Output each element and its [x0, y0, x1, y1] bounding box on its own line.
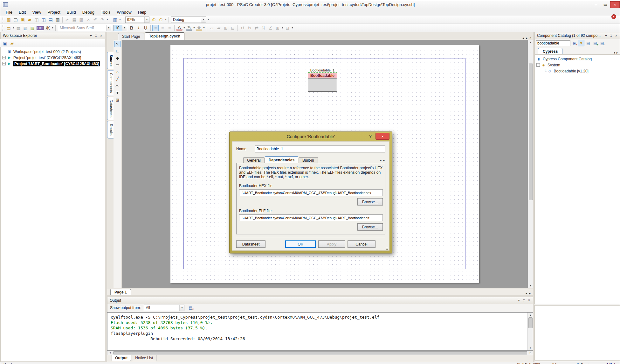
save-all-icon[interactable]: ◫ [40, 17, 47, 23]
dialog-close-button[interactable]: × [375, 133, 389, 140]
browse-elf-button[interactable]: Browse... [357, 223, 383, 231]
tab-start-page[interactable]: Start Page [118, 33, 144, 40]
component-body[interactable] [308, 78, 337, 92]
tab-scroll-left-icon[interactable]: ◂ [522, 36, 524, 40]
ungroup-icon[interactable]: ▰ [216, 25, 222, 31]
status-notes[interactable]: 1 Note [606, 362, 617, 364]
align-left-icon[interactable]: ≡ [152, 25, 159, 31]
datasheet-button[interactable]: Datasheet [236, 240, 265, 248]
scrollbar-thumb[interactable] [529, 64, 533, 200]
name-input[interactable] [255, 145, 385, 152]
bold-icon[interactable]: B [128, 25, 135, 31]
toolbar-overflow-icon[interactable]: ▾ [51, 26, 54, 29]
dialog-tab-right-icon[interactable]: ▸ [383, 159, 385, 162]
menu-view[interactable]: View [29, 9, 44, 15]
menu-file[interactable]: File [3, 9, 15, 15]
console-horizontal-scrollbar[interactable]: ◂ ▸ [107, 351, 533, 355]
side-tab-results[interactable]: Results [107, 121, 114, 138]
component-instance-label[interactable]: Bootloadable_1 [308, 68, 337, 73]
font-size-arrow[interactable]: ▾ [122, 25, 127, 31]
scrollbar-thumb[interactable] [113, 351, 527, 354]
schematic-canvas[interactable]: Bootloadable_1 Bootloadable Configure 'B… [122, 40, 528, 288]
tab-output[interactable]: Output [112, 355, 131, 361]
delete-icon[interactable]: × [85, 17, 92, 23]
print-icon[interactable]: ▤ [47, 17, 54, 23]
rotate-left-icon[interactable]: ↺ [239, 25, 246, 31]
paste-special-icon[interactable]: ▨ [29, 25, 36, 31]
line-tool-icon[interactable]: ╱ [114, 76, 121, 82]
panel-menu-icon[interactable]: ▾ [516, 298, 521, 303]
canvas-vertical-scrollbar[interactable]: ▴ ▾ [528, 40, 533, 288]
menu-build[interactable]: Build [64, 9, 79, 15]
page-scroll-left-icon[interactable]: ◂ [526, 292, 527, 295]
search-options-icon[interactable]: ◉ × [571, 40, 577, 46]
menu-window[interactable]: Window [114, 9, 134, 15]
font-name-combo[interactable]: Microsoft Sans Serif ▾ [58, 25, 111, 31]
flip-horizontal-icon[interactable]: ⇄ [253, 25, 260, 31]
close-panel-icon[interactable]: × [527, 298, 532, 303]
tree-item-system[interactable]: − ◈ System [535, 62, 620, 68]
expander-icon[interactable]: − [536, 63, 540, 67]
menu-edit[interactable]: Edit [16, 9, 29, 15]
scroll-up-icon[interactable]: ▴ [528, 40, 533, 44]
side-tab-components[interactable]: Components [107, 70, 114, 96]
close-panel-icon[interactable]: × [614, 33, 619, 38]
catalog-tab-right-icon[interactable]: ▸ [617, 51, 618, 54]
underline-icon[interactable]: U [142, 25, 149, 31]
config-combo-arrow[interactable]: ▾ [201, 17, 206, 23]
paste-icon[interactable]: ▨ [78, 17, 85, 23]
font-color-dropdown-icon[interactable]: ▾ [183, 26, 186, 29]
clear-output-icon[interactable]: ▤ × [187, 305, 194, 311]
dialog-titlebar[interactable]: Configure 'Bootloadable' ? × [230, 132, 392, 141]
panel-menu-icon[interactable]: ▾ [88, 33, 93, 38]
toolbar-overflow-icon[interactable]: ▾ [207, 18, 210, 21]
add-item-icon[interactable]: ▣ [19, 17, 26, 23]
select-tool-icon[interactable]: ↖ [114, 41, 121, 47]
menu-help[interactable]: Help [135, 9, 149, 15]
tab-cypress[interactable]: Cypress [538, 48, 562, 54]
status-warnings[interactable]: 0 Warnings [577, 362, 594, 364]
bring-front-icon[interactable]: ⊞ [223, 25, 229, 31]
rectangle-tool-icon[interactable]: ▭ [114, 62, 121, 68]
zoom-out-icon[interactable]: ⊖ [158, 17, 164, 23]
datasheet-book-icon[interactable]: ▤ [585, 40, 591, 46]
hatch-dropdown-icon[interactable]: ▾ [12, 26, 15, 29]
pen-color-dropdown-icon[interactable]: ▾ [193, 26, 196, 29]
expander-icon[interactable]: + [2, 56, 6, 59]
stamp-icon[interactable]: ▦ [15, 25, 22, 31]
angle-icon[interactable]: ∠ [267, 25, 274, 31]
tree-item-workspace[interactable]: ▣ Workspace 'projet_test-000' (2 Project… [1, 49, 105, 55]
pen-color-icon[interactable]: ✎ [186, 25, 192, 30]
toolbar-overflow-icon[interactable]: ▾ [291, 26, 294, 29]
scroll-up-icon[interactable]: ▴ [528, 313, 533, 317]
wire-tool-icon[interactable]: ∟ [114, 48, 121, 54]
tab-notice-list[interactable]: Notice List [132, 355, 156, 361]
toolbar-overflow-icon[interactable]: ▾ [164, 18, 167, 21]
filter-icon[interactable]: ▼ [578, 40, 584, 46]
zoom-combo-arrow[interactable]: ▾ [144, 17, 149, 23]
browse-hex-button[interactable]: Browse... [357, 198, 383, 206]
scrollbar-thumb[interactable] [528, 317, 533, 328]
save-icon[interactable]: ◫ [33, 17, 40, 23]
fill-color-dropdown-icon[interactable]: ▾ [203, 26, 205, 29]
help-icon[interactable]: ? [367, 133, 374, 139]
console-vertical-scrollbar[interactable]: ▴ ▾ [527, 313, 533, 351]
tab-close-icon[interactable]: × [529, 36, 531, 40]
group-icon[interactable]: ▱ [209, 25, 215, 31]
find-icon[interactable]: ▥ [112, 17, 118, 23]
zoom-combo[interactable]: 92% ▾ [125, 17, 149, 23]
apply-button[interactable]: Apply [318, 240, 345, 248]
new-project-icon[interactable]: ▧ [5, 17, 12, 23]
dialog-tab-left-icon[interactable]: ◂ [380, 159, 382, 162]
font-color-icon[interactable]: A [176, 25, 183, 30]
grid-icon[interactable]: ⊟ [284, 25, 291, 31]
scroll-down-icon[interactable]: ▾ [528, 346, 533, 350]
menu-tools[interactable]: Tools [98, 9, 113, 15]
scroll-down-icon[interactable]: ▾ [528, 283, 533, 288]
output-filter-combo[interactable]: All ▾ [144, 305, 184, 311]
toolbar-overflow-icon[interactable]: ▾ [106, 18, 109, 21]
scroll-left-icon[interactable]: ◂ [107, 351, 113, 354]
collapse-all-icon[interactable]: ▣ [2, 40, 8, 46]
config-combo[interactable]: Debug ▾ [171, 17, 206, 23]
side-tab-source[interactable]: Source [107, 52, 114, 69]
